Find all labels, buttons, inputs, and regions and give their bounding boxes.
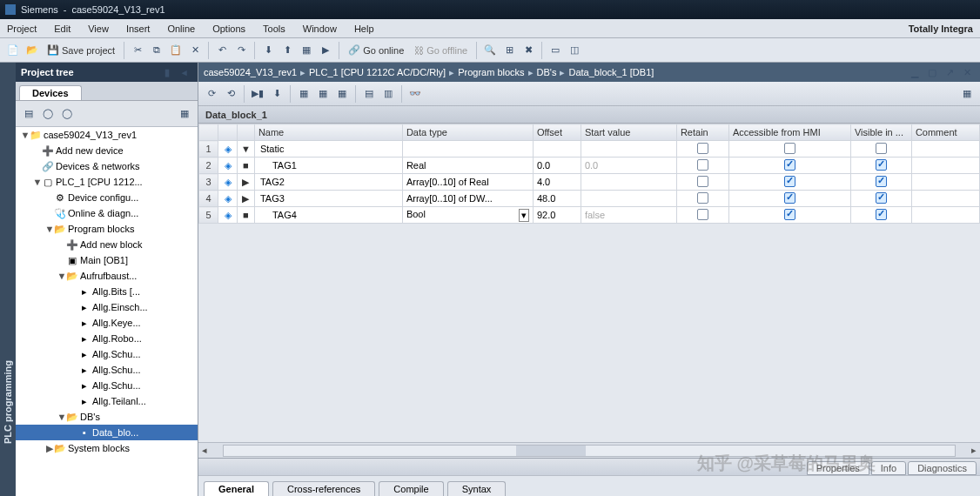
tree-item[interactable]: ⚙Device configu... — [16, 190, 198, 205]
breadcrumb-item[interactable]: PLC_1 [CPU 1212C AC/DC/Rly] — [309, 67, 446, 77]
props-tab-properties[interactable]: Properties — [807, 461, 869, 475]
lower-tab-compile[interactable]: Compile — [379, 481, 443, 496]
tree-item[interactable]: ▣Main [OB1] — [16, 252, 198, 268]
tree-item[interactable]: ▼📂Aufrufbaust... — [16, 268, 198, 284]
tree-item[interactable]: ▸Allg.Teilanl... — [16, 393, 198, 409]
tab-devices[interactable]: Devices — [19, 85, 82, 100]
menu-tools[interactable]: Tools — [263, 23, 285, 34]
column-header[interactable]: Start value — [581, 124, 676, 141]
table-row[interactable]: 3◈▶TAG2Array[0..10] of Real4.0 — [199, 174, 980, 191]
settings-icon[interactable]: ▦ — [959, 86, 975, 102]
column-header[interactable]: Visible in ... — [850, 124, 911, 141]
tree-fwd-icon[interactable]: ◯ — [59, 106, 75, 122]
column-header[interactable]: Name — [254, 124, 402, 141]
lower-tab-general[interactable]: General — [204, 481, 269, 496]
tree-item[interactable]: ➕Add new device — [16, 143, 198, 158]
column-header[interactable]: Comment — [911, 124, 979, 141]
tree-item[interactable]: ▸Allg.Schu... — [16, 378, 198, 393]
menu-project[interactable]: Project — [7, 23, 37, 34]
lower-tab-syntax[interactable]: Syntax — [447, 481, 507, 496]
tree-item[interactable]: ➕Add new block — [16, 237, 198, 252]
menu-view[interactable]: View — [88, 23, 109, 34]
data-block-grid[interactable]: NameData typeOffsetStart valueRetainAcce… — [198, 124, 980, 442]
go-online-button[interactable]: 🔗 Go online — [345, 44, 407, 56]
tree-item[interactable]: ▼📁case59024_V13_rev1 — [16, 127, 198, 143]
win-min-icon[interactable]: ▁ — [907, 64, 923, 80]
breadcrumb-item[interactable]: case59024_V13_rev1 — [204, 67, 297, 77]
reload2-icon[interactable]: ⟲ — [223, 86, 238, 102]
split-v-icon[interactable]: ◫ — [567, 43, 582, 58]
menu-online[interactable]: Online — [167, 23, 195, 34]
tree-item[interactable]: ▸Allg.Schu... — [16, 346, 198, 362]
lower-tab-cross-references[interactable]: Cross-references — [272, 481, 375, 496]
menu-help[interactable]: Help — [354, 23, 374, 34]
win-close-icon[interactable]: ✕ — [959, 64, 975, 80]
tree-item[interactable]: ▸Allg.Einsch... — [16, 299, 198, 315]
horizontal-scrollbar[interactable]: ◂ ▸ — [198, 442, 980, 458]
pin-icon[interactable]: ◂ — [177, 64, 192, 80]
props-tab-diagnostics[interactable]: Diagnostics — [908, 461, 977, 475]
tree-new-icon[interactable]: ▤ — [21, 106, 37, 122]
breadcrumb-item[interactable]: Data_block_1 [DB1] — [568, 67, 654, 77]
snapshot-icon[interactable]: ▶▮ — [250, 86, 265, 102]
table-row[interactable]: 4◈▶TAG3Array[0..10] of DW...48.0 — [199, 191, 980, 207]
column-header[interactable]: Data type — [402, 124, 533, 141]
reload-icon[interactable]: ⟳ — [204, 86, 219, 102]
menu-insert[interactable]: Insert — [126, 23, 151, 34]
tree-item[interactable]: 🩺Online & diagn... — [16, 205, 198, 221]
copy-icon[interactable]: ⧉ — [149, 43, 164, 58]
download-icon[interactable]: ⬆ — [279, 43, 295, 58]
keep-icon[interactable]: ▦ — [296, 86, 312, 102]
table-row[interactable]: 2◈■TAG1Real0.00.0 — [199, 158, 980, 174]
scroll-left-icon[interactable]: ◂ — [198, 445, 211, 457]
compile-icon[interactable]: ⬇ — [260, 43, 276, 58]
split-h-icon[interactable]: ▭ — [547, 43, 563, 58]
column-header[interactable]: Retain — [676, 124, 728, 141]
tree-item[interactable]: ▶📂System blocks — [16, 440, 198, 456]
tree-item[interactable]: ▸Allg.Robo... — [16, 331, 198, 346]
menu-options[interactable]: Options — [212, 23, 245, 34]
table-row[interactable]: 5◈■TAG4Bool ▾92.0false — [199, 207, 980, 224]
collapse-all-icon[interactable]: ▥ — [380, 86, 396, 102]
tree-item[interactable]: ▪Data_blo... — [16, 425, 198, 440]
tree-back-icon[interactable]: ◯ — [40, 106, 56, 122]
column-header[interactable]: Offset — [533, 124, 581, 141]
project-tree[interactable]: ▼📁case59024_V13_rev1➕Add new device🔗Devi… — [16, 127, 198, 496]
side-tab-plc[interactable]: PLC programming — [0, 63, 16, 496]
hmi-sim-icon[interactable]: ▦ — [299, 43, 314, 58]
start-sim-icon[interactable]: ▶ — [318, 43, 333, 58]
paste-icon[interactable]: 📋 — [168, 43, 184, 58]
tree-item[interactable]: ▼▢PLC_1 [CPU 1212... — [16, 174, 198, 190]
win-max-icon[interactable]: ▢ — [924, 64, 940, 80]
search-icon[interactable]: 🔍 — [482, 43, 498, 58]
tree-item[interactable]: ▸Allg.Schu... — [16, 362, 198, 378]
tree-item[interactable]: ▸Allg.Keye... — [16, 315, 198, 331]
save-project-button[interactable]: 💾 Save project — [44, 44, 118, 56]
menu-window[interactable]: Window — [303, 23, 337, 34]
collapse-icon[interactable]: ▮ — [159, 64, 175, 80]
open-icon[interactable]: 📂 — [24, 43, 40, 58]
tree-item[interactable]: ▼📂DB's — [16, 409, 198, 425]
column-header[interactable] — [218, 124, 238, 141]
win-float-icon[interactable]: ↗ — [942, 64, 957, 80]
menu-edit[interactable]: Edit — [54, 23, 70, 34]
props-tab-info[interactable]: Info — [871, 461, 906, 475]
tree-detail-icon[interactable]: ▦ — [177, 106, 192, 122]
tree-item[interactable]: 🔗Devices & networks — [16, 158, 198, 174]
tree-item[interactable]: ▸Allg.Bits [... — [16, 284, 198, 299]
column-header[interactable] — [238, 124, 255, 141]
load-icon[interactable]: ⬇ — [269, 86, 285, 102]
tree-item[interactable]: ▼📂Program blocks — [16, 221, 198, 237]
scroll-right-icon[interactable]: ▸ — [968, 445, 980, 457]
go-offline-button[interactable]: ⛓ Go offline — [411, 45, 471, 56]
breadcrumb-item[interactable]: Program blocks — [458, 67, 524, 77]
table-row[interactable]: 1◈▼Static — [199, 141, 980, 158]
close-mon-icon[interactable]: ✖ — [520, 43, 536, 58]
delete-icon[interactable]: ✕ — [187, 43, 203, 58]
undo-icon[interactable]: ↶ — [214, 43, 230, 58]
new-icon[interactable]: 📄 — [5, 43, 21, 58]
cut-icon[interactable]: ✂ — [130, 43, 145, 58]
breadcrumb-item[interactable]: DB's — [537, 67, 557, 77]
crossref-icon[interactable]: ⊞ — [501, 43, 517, 58]
expand-icon[interactable]: ▤ — [361, 86, 377, 102]
